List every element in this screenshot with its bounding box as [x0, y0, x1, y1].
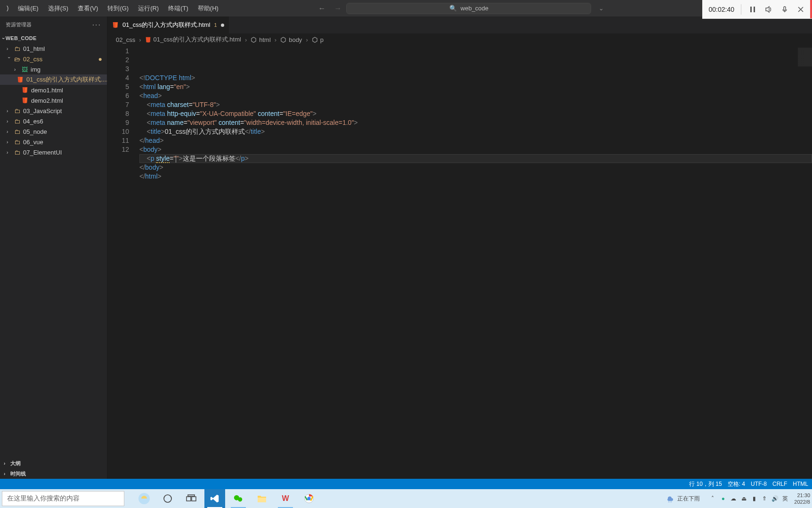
image-folder-icon: 🖼: [22, 66, 28, 73]
tree-folder[interactable]: ›🗀04_es6: [0, 116, 107, 126]
windows-search-input[interactable]: 在这里输入你搜索的内容: [2, 491, 124, 506]
statusbar-item[interactable]: 行 10，列 15: [689, 480, 722, 488]
tree-folder[interactable]: ›🗀05_node: [0, 126, 107, 137]
menu-item[interactable]: 查看(V): [73, 1, 103, 16]
sidebar-collapsed-section[interactable]: ›时间线: [2, 468, 107, 479]
microphone-icon[interactable]: [780, 5, 789, 14]
code-line[interactable]: <meta http-equiv="X-UA-Compatible" conte…: [139, 109, 812, 118]
line-number: 6: [107, 91, 129, 100]
editor-area: 01_css的引入方式内联样式.html 1 02_css›01_css的引入方…: [107, 16, 812, 479]
code-line[interactable]: <body>: [139, 145, 812, 154]
breadcrumb-label: 01_css的引入方式内联样式.html: [154, 35, 241, 44]
tree-folder[interactable]: ›🗀06_vue: [0, 137, 107, 147]
code-line[interactable]: <!DOCTYPE html>: [139, 74, 812, 82]
menu-item[interactable]: 编辑(E): [13, 1, 43, 16]
menu-item[interactable]: 帮助(H): [193, 1, 223, 16]
tray-battery-icon[interactable]: ▮: [750, 495, 758, 502]
html-file-icon: [17, 76, 24, 83]
code-line[interactable]: <meta name="viewport" content="width=dev…: [139, 118, 812, 127]
svg-rect-6: [192, 497, 196, 501]
close-icon[interactable]: [796, 5, 805, 14]
speaker-icon[interactable]: [764, 5, 773, 14]
breadcrumb-item[interactable]: 02_css: [116, 36, 135, 43]
sidebar-collapsed-section[interactable]: ›大纲: [2, 458, 107, 468]
svg-rect-2: [784, 7, 786, 10]
tray-ime-icon[interactable]: 英: [781, 495, 789, 503]
line-number: 1: [107, 47, 129, 56]
code-content[interactable]: <!DOCTYPE html><html lang="en"><head> <m…: [139, 46, 812, 479]
breadcrumb-item[interactable]: 01_css的引入方式内联样式.html: [145, 35, 241, 44]
tree-folder[interactable]: ›🖼img: [0, 64, 107, 74]
symbol-icon: [251, 37, 257, 43]
tray-wifi-icon[interactable]: ⇑: [760, 495, 769, 502]
weather-text: 正在下雨: [677, 495, 700, 503]
recorder-stop-edge[interactable]: [810, 0, 812, 18]
tray-onedrive-icon[interactable]: ●: [719, 495, 727, 502]
statusbar-item[interactable]: CRLF: [772, 481, 787, 487]
tree-label: demo2.html: [31, 97, 63, 104]
html-file-icon: [22, 87, 28, 93]
line-number: 2: [107, 56, 129, 65]
taskbar-taskview-icon[interactable]: [181, 489, 202, 508]
tree-folder[interactable]: ›🗀07_ElementUI: [0, 147, 107, 157]
svg-point-12: [307, 497, 310, 500]
menu-item[interactable]: 转到(G): [103, 1, 133, 16]
tray-volume-icon[interactable]: 🔊: [771, 495, 779, 502]
taskbar-vscode-icon[interactable]: [204, 489, 225, 508]
nav-forward-icon[interactable]: →: [334, 4, 341, 13]
tray-clock[interactable]: 21:30 2022/8: [794, 492, 810, 505]
statusbar-item[interactable]: HTML: [793, 481, 808, 487]
code-line[interactable]: </body>: [139, 163, 812, 172]
command-center-text: web_code: [461, 5, 488, 12]
statusbar-item[interactable]: UTF-8: [751, 481, 767, 487]
tray-chevron-icon[interactable]: ˄: [708, 495, 717, 502]
tray-usb-icon[interactable]: ⏏: [739, 495, 748, 502]
chevron-down-icon[interactable]: ⌄: [599, 5, 604, 12]
tree-label: img: [31, 66, 41, 73]
pause-icon[interactable]: [748, 5, 757, 14]
code-line[interactable]: </head>: [139, 136, 812, 145]
taskbar-chrome-icon[interactable]: [299, 489, 319, 508]
windows-taskbar: 在这里输入你搜索的内容 W 正在下雨 ˄ ● ☁ ⏏ ▮ ⇑ 🔊 英 21:30…: [0, 489, 812, 508]
tree-label: 01_html: [23, 45, 45, 52]
code-line[interactable]: <meta charset="UTF-8">: [139, 100, 812, 109]
more-actions-icon[interactable]: ···: [92, 21, 101, 29]
code-line[interactable]: <head>: [139, 91, 812, 100]
menu-item[interactable]: ): [2, 1, 13, 16]
minimap[interactable]: [798, 48, 812, 66]
taskbar-cortana-icon[interactable]: [157, 489, 178, 508]
tree-file[interactable]: demo1.html: [0, 85, 107, 95]
tray-weather[interactable]: 正在下雨: [666, 494, 700, 503]
code-line[interactable]: <p style="">这是一个段落标签</p>: [139, 154, 812, 163]
tray-cloud-icon[interactable]: ☁: [729, 495, 738, 502]
menu-item[interactable]: 选择(S): [43, 1, 73, 16]
nav-back-icon[interactable]: ←: [318, 4, 325, 13]
tree-file[interactable]: 01_css的引入方式内联样式....1: [0, 74, 107, 85]
breadcrumbs[interactable]: 02_css›01_css的引入方式内联样式.html›html›body›p: [107, 33, 812, 46]
menu-item[interactable]: 运行(R): [133, 1, 163, 16]
workspace-name: WEB_CODE: [6, 35, 37, 41]
breadcrumb-item[interactable]: html: [251, 36, 271, 43]
menu-item[interactable]: 终端(T): [163, 1, 193, 16]
code-editor[interactable]: 123456789101112 <!DOCTYPE html><html lan…: [107, 46, 812, 479]
taskbar-weather-widget[interactable]: [134, 489, 154, 508]
tree-folder[interactable]: ›🗁02_css●: [0, 54, 107, 64]
code-line[interactable]: <html lang="en">: [139, 82, 812, 91]
code-line[interactable]: <title>01_css的引入方式内联样式</title>: [139, 127, 812, 136]
chevron-right-icon: ›: [4, 461, 8, 466]
breadcrumb-item[interactable]: body: [280, 36, 302, 43]
tree-file[interactable]: demo2.html: [0, 95, 107, 106]
statusbar-item[interactable]: 空格: 4: [728, 480, 745, 488]
taskbar-wps-icon[interactable]: W: [275, 489, 296, 508]
taskbar-explorer-icon[interactable]: [252, 489, 272, 508]
tree-folder[interactable]: ›🗀03_JavaScript: [0, 106, 107, 116]
code-line[interactable]: </html>: [139, 172, 812, 181]
taskbar-wechat-icon[interactable]: [228, 489, 249, 508]
editor-tab-active[interactable]: 01_css的引入方式内联样式.html 1: [107, 16, 229, 33]
tree-folder[interactable]: ›🗀01_html: [0, 43, 107, 54]
command-center[interactable]: 🔍 web_code: [346, 3, 591, 14]
modified-dot-icon: ●: [98, 55, 102, 63]
tree-label: 01_css的引入方式内联样式....: [26, 75, 107, 84]
sidebar-section-title[interactable]: › WEB_CODE: [0, 33, 107, 43]
breadcrumb-item[interactable]: p: [312, 36, 324, 43]
